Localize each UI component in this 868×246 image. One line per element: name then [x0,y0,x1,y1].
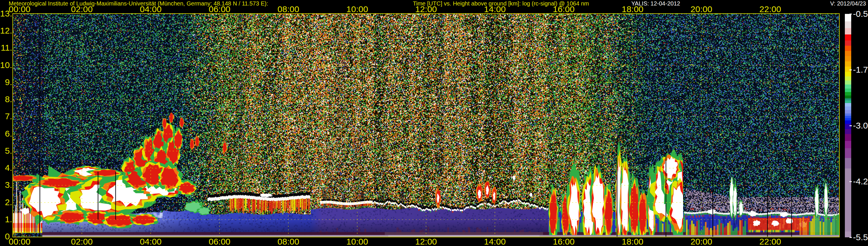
colorbar-band [845,40,851,46]
colorbar-band [845,85,851,89]
x-tick-label: 12:00 [415,5,437,13]
colorbar-tick-mark [849,13,852,14]
colorbar-band [845,232,851,237]
y-tick-label: 4. [0,163,12,172]
x-tick-label: 18:00 [622,5,644,13]
colorbar-band [845,67,851,72]
plot-frame [12,13,840,237]
y-tick-label: 7. [0,112,12,121]
colorbar-tick-label: -3.00 [853,121,868,130]
colorbar-band [845,76,851,81]
colorbar-band [845,116,851,118]
y-tick-label: 8. [0,95,12,103]
x-tick-label: 08:00 [277,237,299,246]
colorbar-tick-mark [849,181,852,182]
y-tick-label: 10. [0,61,12,69]
y-tick-label: 6. [0,129,12,138]
colorbar-band [845,118,851,120]
x-tick-label: 22:00 [760,5,781,13]
colorbar-tick-label: -1.75 [853,65,868,75]
x-tick-label: 20:00 [691,5,712,13]
colorbar-band [845,92,851,95]
y-tick-label: 13. [0,9,12,18]
colorbar-tick-label: -4.25 [853,177,868,186]
colorbar-band [845,134,851,141]
colorbar-band [845,103,851,106]
y-tick-label: 2. [0,198,12,207]
x-tick-label: 06:00 [209,5,230,13]
colorbar-band [845,129,851,134]
colorbar-band [845,110,851,114]
colorbar-tick-mark [849,125,852,126]
y-tick-label: 3. [0,181,12,189]
y-tick-label: 5. [0,147,12,155]
x-tick-label: 16:00 [553,5,575,13]
colorbar-band [845,89,851,92]
colorbar-band [845,56,851,61]
colorbar-band [845,46,851,51]
x-tick-label: 12:00 [415,237,437,246]
colorbar-tick-label: -5.50 [853,233,868,242]
x-tick-label: 10:00 [346,5,368,13]
x-tick-label: 20:00 [691,237,712,246]
y-tick-label: 11. [0,43,12,52]
x-tick-label: 14:00 [484,5,506,13]
colorbar-band [845,141,851,148]
colorbar-band [845,61,851,67]
colorbar-band [845,95,851,98]
colorbar-tick-mark [849,237,852,238]
y-tick-label: 1. [0,215,12,224]
x-tick-label: 06:00 [209,237,230,246]
version-label: V: 2012/04/23 [830,0,866,7]
colorbar-band [845,114,851,116]
x-tick-label: 08:00 [277,5,299,13]
colorbar-band [845,81,851,85]
colorbar-band [845,120,851,124]
x-tick-label: 02:00 [71,237,93,246]
colorbar-tick-mark [849,69,852,70]
colorbar-band [845,124,851,129]
colorbar-band [845,106,851,110]
colorbar-band [845,34,851,40]
x-tick-label: 04:00 [140,237,161,246]
colorbar-tick-label: -0.50 [853,9,868,19]
colorbar-band [845,14,851,22]
x-tick-label: 22:00 [760,237,781,246]
x-tick-label: 16:00 [553,237,575,246]
colorbar-band [845,22,851,28]
colorbar-band [845,51,851,56]
colorbar-band [845,100,851,103]
y-tick-label: 0. [0,232,12,241]
colorbar-band [845,98,851,100]
colorbar-band [845,72,851,76]
x-tick-label: 14:00 [484,237,506,246]
x-tick-label: 10:00 [346,237,368,246]
x-tick-label: 18:00 [622,237,644,246]
colorbar-band [845,168,851,232]
colorbar-band [845,28,851,34]
y-tick-label: 9. [0,78,12,87]
colorbar-band [845,148,851,158]
x-tick-label: 02:00 [71,5,93,13]
colorbar-band [845,158,851,168]
heatmap-canvas [13,14,839,237]
x-tick-label: 04:00 [140,5,161,13]
y-tick-label: 12. [0,26,12,35]
